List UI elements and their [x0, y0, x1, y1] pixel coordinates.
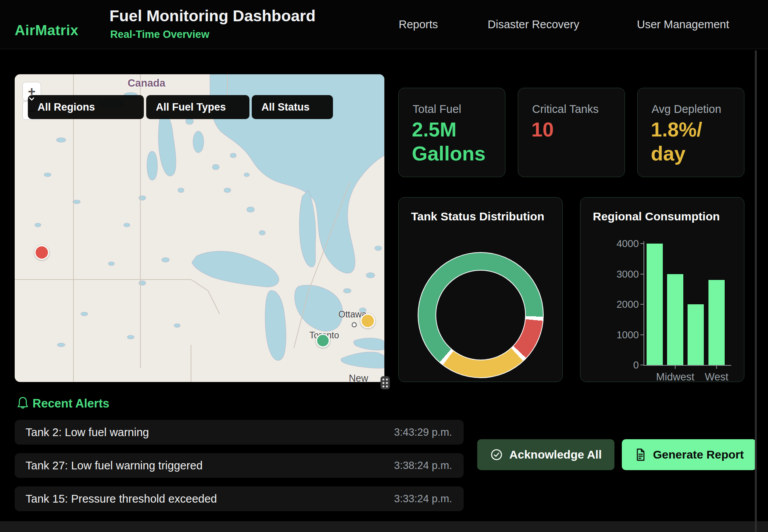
y-axis-line [643, 241, 644, 366]
alert-row[interactable]: Tank 27: Low fuel warning triggered 3:38… [15, 453, 464, 478]
report-document-icon [634, 448, 647, 461]
map-label-newyork: New York [349, 373, 384, 382]
stat-card-avg-depletion: Avg Depletion 1.8%/day [637, 88, 744, 177]
bell-icon [16, 396, 29, 411]
page-title: Fuel Monitoring Dashboard [109, 7, 316, 25]
filter-label: All Regions [38, 101, 95, 113]
map-panel[interactable]: Canada Ottawa Toronto New York + − All R… [15, 74, 384, 382]
tank-marker-warning[interactable] [360, 314, 375, 328]
map-label-canada: Canada [128, 77, 166, 89]
filter-dropdown-all-status[interactable]: All Status [252, 95, 333, 119]
x-tick-label: West [689, 371, 744, 383]
y-tick-label: 2000 [608, 298, 639, 310]
stat-label: Critical Tanks [532, 103, 599, 116]
alert-timestamp: 3:33:24 p.m. [394, 493, 452, 505]
nav-reports[interactable]: Reports [399, 18, 438, 31]
scrollbar[interactable] [755, 50, 757, 532]
y-tick-label: 1000 [608, 329, 639, 341]
bar-Midwest[interactable] [667, 274, 683, 365]
filter-label: All Fuel Types [156, 101, 226, 113]
alert-row[interactable]: Tank 2: Low fuel warning 3:43:29 p.m. [15, 420, 464, 445]
bar-region-3[interactable] [688, 304, 704, 365]
map-filter-bar: All Regions All Fuel Types All Status [28, 95, 333, 119]
filter-dropdown-all-regions[interactable]: All Regions [28, 95, 144, 119]
generate-report-button[interactable]: Generate Report [622, 439, 756, 470]
page-subtitle: Real-Time Overview [110, 29, 209, 41]
stat-value: 2.5MGallons [412, 118, 486, 166]
ottawa-town-icon [351, 322, 357, 328]
x-axis-line [643, 365, 731, 366]
acknowledge-all-button[interactable]: Acknowledge All [477, 439, 614, 470]
y-tick-label: 4000 [608, 238, 639, 250]
stat-card-critical-tanks: Critical Tanks 10 [518, 88, 625, 177]
nav-disaster-recovery[interactable]: Disaster Recovery [488, 18, 579, 31]
filter-label: All Status [261, 101, 310, 113]
bar-West[interactable] [708, 280, 725, 365]
stat-value: 10 [531, 118, 554, 142]
stat-label: Avg Depletion [652, 103, 721, 116]
y-tick-label: 3000 [608, 268, 639, 280]
resize-grip[interactable] [381, 376, 390, 389]
tank-marker-normal[interactable] [316, 334, 330, 348]
y-tick-mark [640, 243, 643, 244]
x-tick-mark [716, 366, 717, 369]
tank-status-title: Tank Status Distribution [411, 210, 544, 223]
generate-report-label: Generate Report [653, 448, 744, 461]
y-tick-mark [640, 274, 643, 275]
tank-status-card: Tank Status Distribution [398, 197, 563, 382]
stat-value: 1.8%/day [651, 118, 702, 166]
tank-marker-critical[interactable] [34, 245, 49, 260]
bottom-bar [0, 521, 768, 532]
alert-timestamp: 3:38:24 p.m. [394, 460, 452, 472]
y-tick-mark [640, 334, 643, 335]
stat-label: Total Fuel [413, 103, 461, 116]
alert-row[interactable]: Tank 15: Pressure threshold exceeded 3:3… [15, 486, 464, 511]
y-tick-label: 0 [608, 359, 639, 371]
chevron-down-icon [28, 95, 36, 103]
nav-user-management[interactable]: User Management [637, 18, 729, 31]
alert-text: Tank 15: Pressure threshold exceeded [26, 493, 217, 505]
regional-consumption-card: Regional Consumption 01000200030004000Mi… [580, 197, 744, 382]
x-tick-mark [675, 366, 676, 369]
alert-timestamp: 3:43:29 p.m. [394, 426, 452, 438]
alert-text: Tank 2: Low fuel warning [26, 426, 149, 439]
filter-dropdown-all-fuel-types[interactable]: All Fuel Types [146, 95, 249, 119]
acknowledge-all-label: Acknowledge All [509, 448, 602, 461]
app-logo: AirMatrix [15, 22, 79, 39]
stat-card-total-fuel: Total Fuel 2.5MGallons [398, 88, 505, 177]
donut-hole [436, 271, 525, 360]
alerts-heading: Recent Alerts [32, 397, 109, 411]
header: AirMatrix Fuel Monitoring Dashboard Real… [0, 0, 768, 49]
check-circle-icon [490, 448, 503, 461]
alert-text: Tank 27: Low fuel warning triggered [26, 459, 203, 472]
y-tick-mark [640, 304, 643, 305]
regional-consumption-title: Regional Consumption [593, 210, 720, 223]
y-tick-mark [640, 365, 643, 365]
bar-region-1[interactable] [647, 244, 663, 365]
